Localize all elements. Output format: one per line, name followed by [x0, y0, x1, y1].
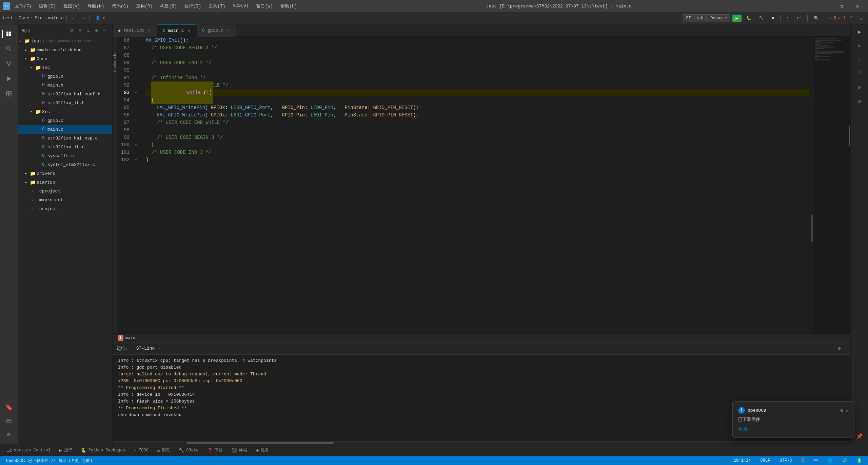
menu-navigate[interactable]: 导航(N)	[84, 2, 107, 11]
debug-button[interactable]: 🐛	[744, 15, 754, 22]
fold-102[interactable]: ▾	[135, 156, 140, 164]
fold-arrow-93[interactable]: ▾	[135, 91, 137, 95]
toolbar-forward-button[interactable]: →	[79, 15, 86, 22]
fold-93[interactable]: ▾	[135, 89, 140, 96]
debug-config-selector[interactable]: ST-Link | Debug ▾	[683, 14, 730, 22]
tab-close-mainc[interactable]: ✕	[187, 28, 191, 33]
activity-explorer[interactable]	[2, 27, 16, 41]
sidebar-tool-sort[interactable]: ⇅	[85, 27, 92, 34]
fold-100[interactable]: ▾	[135, 141, 140, 149]
expand-icon[interactable]: ⌃	[848, 15, 855, 22]
tree-item-mxproject[interactable]: ▶ ○ .mxproject	[18, 196, 112, 204]
bottom-tab-python[interactable]: 🐍 Python Packages	[77, 446, 129, 454]
upload-button[interactable]: ↑	[784, 15, 792, 22]
tab-close-ioc[interactable]: ✕	[147, 28, 152, 33]
activity-bookmarks[interactable]: 🔖	[2, 401, 16, 414]
activity-extensions[interactable]	[2, 87, 16, 100]
fold-arrow-102[interactable]: ▾	[135, 158, 137, 162]
status-charset[interactable]: UTF-8	[777, 456, 794, 465]
menu-help[interactable]: 帮助(H)	[277, 2, 300, 11]
bottom-tab-cmake[interactable]: 🔨 CMake	[175, 446, 202, 454]
tree-item-it-h[interactable]: ▶ H stm32f1xx_it.h	[18, 98, 112, 107]
run-restart-btn[interactable]: ↺	[853, 95, 866, 107]
upload2-button[interactable]: ↑↑	[794, 15, 804, 22]
run-step-out-btn[interactable]: ↑	[853, 67, 866, 79]
notif-help-link[interactable]: 帮助	[738, 426, 849, 432]
terminal-gear-icon[interactable]: ⚙	[838, 346, 841, 351]
bottom-tab-todo[interactable]: ✓ TODO	[130, 446, 153, 454]
tab-gpio-c[interactable]: C gpio.c ✕	[197, 24, 236, 37]
tree-item-main-c[interactable]: ▶ C main.c	[18, 125, 112, 134]
bottom-tab-terminal[interactable]: ⬛ 终端	[228, 446, 251, 454]
breadcrumb-src[interactable]: Src	[35, 16, 42, 21]
terminal-minimize-icon[interactable]: ─	[844, 346, 846, 351]
minimize-button[interactable]: ─	[817, 0, 833, 12]
notif-gear-icon[interactable]: ⚙	[840, 408, 843, 413]
tree-item-gpio-h[interactable]: ▶ H gpio.h	[18, 72, 112, 81]
menu-view[interactable]: 视图(V)	[60, 2, 83, 11]
activity-run-debug[interactable]	[2, 72, 16, 86]
menu-build[interactable]: 构建(B)	[157, 2, 180, 11]
tree-item-halconf-h[interactable]: ▶ H stm32f1xx_hal_conf.h	[18, 90, 112, 98]
sidebar-tool-close[interactable]: ─	[101, 27, 108, 34]
menu-tools[interactable]: 工具(T)	[205, 2, 229, 11]
build-button[interactable]: 🔨	[756, 15, 767, 22]
sidebar-tool-refresh[interactable]: ⟳	[69, 27, 76, 34]
bookmarks-label[interactable]: Bookmarks	[113, 50, 117, 73]
status-volume-icon[interactable]: 🔊	[840, 456, 849, 465]
activity-db[interactable]: 🗃	[2, 414, 16, 428]
toolbar-profile-button[interactable]: 👤 ▾	[93, 15, 108, 22]
menu-window[interactable]: 窗口(W)	[253, 2, 276, 11]
bottom-tab-vcs[interactable]: ⎇ Version Control	[3, 446, 55, 454]
maximize-button[interactable]: ❐	[833, 0, 849, 12]
status-openocd[interactable]: OpenOCD: 已下载固件 // 帮助 (片刻 之前)	[4, 456, 94, 465]
status-time[interactable]: 10:1:24	[732, 456, 753, 465]
tree-item-core[interactable]: ▾ 📁 Core	[18, 54, 112, 63]
bottom-tab-run[interactable]: ▶ 运行	[55, 446, 76, 454]
menu-vcs[interactable]: VCS(S)	[230, 2, 252, 11]
sidebar-tool-settings[interactable]: ⚙	[93, 27, 100, 34]
tree-item-gpio-c[interactable]: ▶ C gpio.c	[18, 116, 112, 125]
close-button[interactable]: ✕	[850, 0, 865, 12]
tree-item-cproject[interactable]: ▶ ○ .cproject	[18, 187, 112, 196]
menu-code[interactable]: 代码(C)	[108, 2, 132, 11]
run-stop-btn[interactable]: ⚙	[853, 81, 866, 94]
tree-item-root[interactable]: ▾ 📁 test E:\programme\STM32\2022	[18, 37, 112, 45]
run-step-over-btn[interactable]: ⇅	[853, 39, 866, 52]
activity-vcs[interactable]	[2, 57, 16, 71]
menu-refactor[interactable]: 重构(R)	[133, 2, 156, 11]
tab-main-c[interactable]: C main.c ✕	[157, 24, 197, 37]
menu-file[interactable]: 文件(F)	[12, 2, 35, 11]
tree-item-cmake-build[interactable]: ▶ 📁 cmake-build-debug	[18, 45, 112, 54]
run-step-into-btn[interactable]: ↓	[853, 53, 866, 65]
tree-item-project[interactable]: ▶ ○ .project	[18, 204, 112, 213]
menu-edit[interactable]: 编辑(E)	[36, 2, 59, 11]
bottom-tab-messages[interactable]: ✉ 消息	[153, 446, 174, 454]
run-button[interactable]: ▶	[732, 15, 742, 22]
tree-item-syscalls-c[interactable]: ▶ C syscalls.c	[18, 151, 112, 160]
toolbar-back-button[interactable]: ←	[70, 15, 77, 22]
sidebar-tool-collapse[interactable]: ≡	[77, 27, 84, 34]
status-network-icon[interactable]: 🌐	[826, 456, 835, 465]
breadcrumb-mainc[interactable]: main.c	[48, 16, 64, 21]
status-s-icon[interactable]: S	[799, 456, 807, 465]
status-zh-icon[interactable]: 中	[812, 456, 820, 465]
code-scrollbar[interactable]	[810, 37, 814, 333]
tab-test-ioc[interactable]: ◆ test.ioc ✕	[113, 24, 157, 37]
activity-search[interactable]	[2, 42, 16, 56]
code-content[interactable]: MX_GPIO_Init(); /* USER CODE BEGIN 2 */ …	[140, 37, 810, 333]
tree-item-halmsp-c[interactable]: ▶ C stm32f1xx_hal_msp.c	[18, 134, 112, 143]
collapse-icon[interactable]: ⌄	[857, 15, 865, 22]
activity-settings[interactable]: ⚙	[2, 428, 16, 441]
terminal-hscrollbar[interactable]	[113, 441, 850, 444]
tree-item-drivers[interactable]: ▶ 📁 Drivers	[18, 169, 112, 178]
stop-button[interactable]: ■	[769, 15, 776, 22]
menu-run[interactable]: 运行(I)	[181, 2, 204, 11]
status-encoding[interactable]: CRLF	[758, 456, 772, 465]
run-resume-button[interactable]: ▶	[853, 26, 866, 38]
tree-item-startup[interactable]: ▶ 📁 startup	[18, 178, 112, 187]
status-battery-icon[interactable]: 🔋	[855, 456, 864, 465]
tree-item-src[interactable]: ▾ 📁 Src	[18, 107, 112, 116]
breadcrumb-test[interactable]: test	[3, 16, 13, 21]
fold-arrow-100[interactable]: ▾	[135, 143, 137, 147]
